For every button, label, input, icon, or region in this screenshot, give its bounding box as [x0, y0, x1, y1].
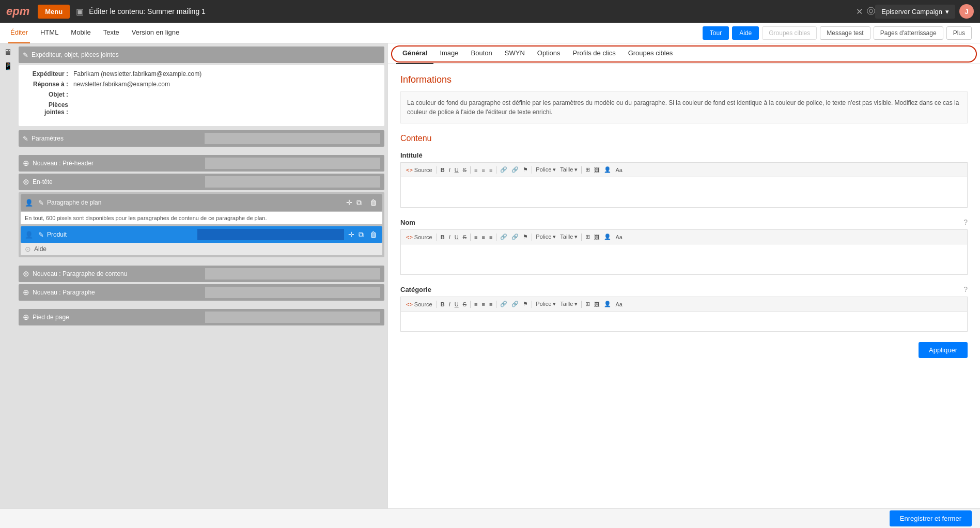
nouveau-paragraphe-bar[interactable]: ⊕ Nouveau : Paragraphe: [19, 284, 384, 301]
cat-link2-button[interactable]: 🔗: [510, 300, 520, 308]
en-tete-bar[interactable]: ⊕ En-tête: [19, 174, 384, 190]
image-button[interactable]: 🖼: [593, 166, 601, 174]
cat-underline-button[interactable]: U: [453, 301, 460, 308]
nom-editor[interactable]: [400, 244, 968, 275]
nom-italic-button[interactable]: I: [447, 234, 452, 241]
cat-align-left-button[interactable]: ≡: [473, 301, 479, 308]
nom-strikethrough-button[interactable]: S: [461, 234, 468, 241]
intitule-editor[interactable]: [400, 177, 968, 208]
mobile-icon[interactable]: 📱: [4, 62, 12, 70]
nom-person-button[interactable]: 👤: [602, 233, 613, 241]
tab-image[interactable]: Image: [433, 43, 464, 64]
save-close-button[interactable]: Enregistrer et fermer: [890, 510, 972, 526]
groupes-cibles-button[interactable]: Groupes cibles: [762, 26, 817, 40]
tab-options[interactable]: Options: [531, 43, 567, 64]
nom-image-button[interactable]: 🖼: [593, 234, 601, 241]
nom-format-button[interactable]: Aa: [614, 234, 624, 241]
categorie-source-button[interactable]: <> Source: [404, 301, 434, 308]
nom-link2-button[interactable]: 🔗: [510, 233, 520, 241]
tab-texte[interactable]: Texte: [101, 23, 121, 43]
delete-plan-button[interactable]: 🗑: [369, 198, 378, 207]
nom-table-button[interactable]: ⊞: [584, 233, 592, 241]
aide-button[interactable]: Aide: [732, 26, 759, 40]
tab-groupes-cibles[interactable]: Groupes cibles: [622, 43, 679, 64]
person-button[interactable]: 👤: [602, 166, 613, 174]
categorie-help-icon[interactable]: ?: [963, 285, 968, 293]
nom-source-button[interactable]: <> Source: [404, 234, 434, 241]
delete-produit-button[interactable]: 🗑: [369, 230, 378, 239]
nom-help-icon[interactable]: ?: [963, 218, 968, 226]
link2-button[interactable]: 🔗: [510, 166, 520, 174]
cat-taille-button[interactable]: Taille ▾: [558, 300, 579, 308]
campaign-selector[interactable]: Episerver Campaign ▾: [875, 5, 955, 19]
bold-button[interactable]: B: [439, 166, 446, 174]
link-button[interactable]: 🔗: [499, 166, 509, 174]
message-test-button[interactable]: Message test: [820, 26, 870, 40]
cat-police-button[interactable]: Police ▾: [534, 300, 557, 308]
cat-image-button[interactable]: 🖼: [593, 301, 601, 308]
nouveau-preheader-bar[interactable]: ⊕ Nouveau : Pré-header: [19, 155, 384, 172]
cat-align-right-button[interactable]: ≡: [488, 301, 494, 308]
cat-bold-button[interactable]: B: [439, 301, 446, 308]
pages-atterrissage-button[interactable]: Pages d'atterrissage: [874, 26, 943, 40]
move-produit-button[interactable]: ✛: [347, 230, 355, 239]
paragraphe-plan-bar[interactable]: 👤 ✎ Paragraphe de plan ✛ ⧉ 🗑: [21, 194, 382, 211]
intitule-source-button[interactable]: <> Source: [404, 166, 434, 174]
nom-align-left-button[interactable]: ≡: [473, 234, 479, 241]
monitor-icon[interactable]: 🖥: [4, 48, 12, 57]
cat-italic-button[interactable]: I: [447, 301, 452, 308]
align-right-button[interactable]: ≡: [488, 166, 494, 174]
menu-button[interactable]: Menu: [38, 5, 70, 19]
tab-bouton[interactable]: Bouton: [465, 43, 499, 64]
table-button[interactable]: ⊞: [584, 166, 592, 174]
produit-bar[interactable]: 👤 ✎ Produit ✛ ⧉ 🗑: [21, 226, 382, 243]
apply-button[interactable]: Appliquer: [919, 342, 968, 358]
align-left-button[interactable]: ≡: [473, 166, 479, 174]
categorie-editor[interactable]: [400, 311, 968, 332]
cat-align-center-button[interactable]: ≡: [480, 301, 486, 308]
nom-taille-button[interactable]: Taille ▾: [558, 233, 579, 241]
tab-swyn[interactable]: SWYN: [499, 43, 531, 64]
tab-mobile[interactable]: Mobile: [69, 23, 92, 43]
copy-produit-button[interactable]: ⧉: [357, 230, 365, 239]
tab-general[interactable]: Général: [396, 43, 433, 64]
nouveau-para-contenu-bar[interactable]: ⊕ Nouveau : Paragraphe de contenu: [19, 266, 384, 282]
cat-person-button[interactable]: 👤: [602, 300, 613, 308]
police-button[interactable]: Police ▾: [534, 166, 557, 174]
nom-align-center-button[interactable]: ≡: [480, 234, 486, 241]
parametres-bar[interactable]: ✎ Paramètres: [19, 130, 384, 147]
close-icon[interactable]: ✕: [856, 7, 863, 17]
cat-link-button[interactable]: 🔗: [499, 300, 509, 308]
strikethrough-button[interactable]: S: [461, 166, 468, 174]
topbar-right: Episerver Campaign ▾ J: [875, 4, 974, 19]
nom-link-button[interactable]: 🔗: [499, 233, 509, 241]
tab-html[interactable]: HTML: [38, 23, 60, 43]
cat-flag-button[interactable]: ⚑: [521, 300, 530, 308]
tab-editer[interactable]: Éditer: [8, 23, 30, 43]
format-button[interactable]: Aa: [614, 166, 624, 174]
nom-bold-button[interactable]: B: [439, 234, 446, 241]
cat-table-button[interactable]: ⊞: [584, 300, 592, 308]
underline-button[interactable]: U: [453, 166, 460, 174]
taille-button[interactable]: Taille ▾: [558, 166, 579, 174]
avatar[interactable]: J: [959, 4, 974, 19]
move-plan-button[interactable]: ✛: [345, 198, 353, 207]
separator-4: [532, 166, 532, 174]
nom-align-right-button[interactable]: ≡: [488, 234, 494, 241]
cat-format-button[interactable]: Aa: [614, 301, 624, 308]
copy-plan-button[interactable]: ⧉: [355, 198, 363, 207]
cat-strikethrough-button[interactable]: S: [461, 301, 468, 308]
tab-profils-clics[interactable]: Profils de clics: [567, 43, 622, 64]
nom-underline-button[interactable]: U: [453, 234, 460, 241]
tour-button[interactable]: Tour: [703, 26, 729, 40]
flag-button[interactable]: ⚑: [521, 166, 530, 174]
plus-button[interactable]: Plus: [946, 26, 972, 40]
tab-version-en-ligne[interactable]: Version en ligne: [130, 23, 182, 43]
align-center-button[interactable]: ≡: [480, 166, 486, 174]
paragraphe-input: [205, 287, 381, 298]
pied-de-page-bar[interactable]: ⊕ Pied de page: [19, 309, 384, 325]
nom-flag-button[interactable]: ⚑: [521, 233, 530, 241]
nom-police-button[interactable]: Police ▾: [534, 233, 557, 241]
help-icon[interactable]: ⓪: [867, 6, 875, 17]
italic-button[interactable]: I: [447, 166, 452, 174]
